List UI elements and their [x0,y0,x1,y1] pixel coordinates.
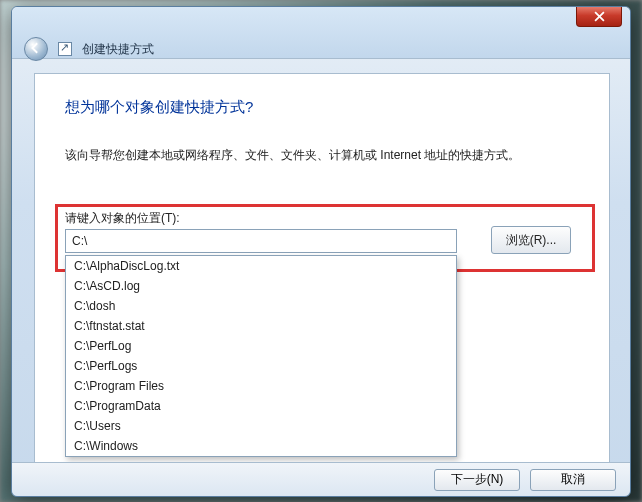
shortcut-icon [58,42,72,56]
location-input[interactable] [65,229,457,253]
list-item[interactable]: C:\PerfLogs [66,356,456,376]
wizard-window: 创建快捷方式 想为哪个对象创建快捷方式? 该向导帮您创建本地或网络程序、文件、文… [11,6,631,497]
back-button[interactable] [24,37,48,61]
footer-bar: 下一步(N) 取消 [12,462,630,496]
list-item[interactable]: C:\AlphaDiscLog.txt [66,256,456,276]
browse-button[interactable]: 浏览(R)... [491,226,571,254]
page-description: 该向导帮您创建本地或网络程序、文件、文件夹、计算机或 Internet 地址的快… [65,146,579,164]
page-heading: 想为哪个对象创建快捷方式? [65,98,253,117]
location-label: 请键入对象的位置(T): [65,210,180,227]
next-button[interactable]: 下一步(N) [434,469,520,491]
list-item[interactable]: C:\AsCD.log [66,276,456,296]
autocomplete-dropdown[interactable]: C:\AlphaDiscLog.txt C:\AsCD.log C:\dosh … [65,255,457,457]
list-item[interactable]: C:\Windows [66,436,456,456]
window-title: 创建快捷方式 [82,41,154,58]
close-icon [594,8,605,26]
list-item[interactable]: C:\PerfLog [66,336,456,356]
list-item[interactable]: C:\ftnstat.stat [66,316,456,336]
titlebar[interactable]: 创建快捷方式 [12,7,630,59]
content-pane: 想为哪个对象创建快捷方式? 该向导帮您创建本地或网络程序、文件、文件夹、计算机或… [34,73,610,463]
list-item[interactable]: C:\dosh [66,296,456,316]
list-item[interactable]: C:\Program Files [66,376,456,396]
list-item[interactable]: C:\ProgramData [66,396,456,416]
cancel-button[interactable]: 取消 [530,469,616,491]
back-arrow-icon [30,40,42,58]
close-button[interactable] [576,7,622,27]
list-item[interactable]: C:\Users [66,416,456,436]
